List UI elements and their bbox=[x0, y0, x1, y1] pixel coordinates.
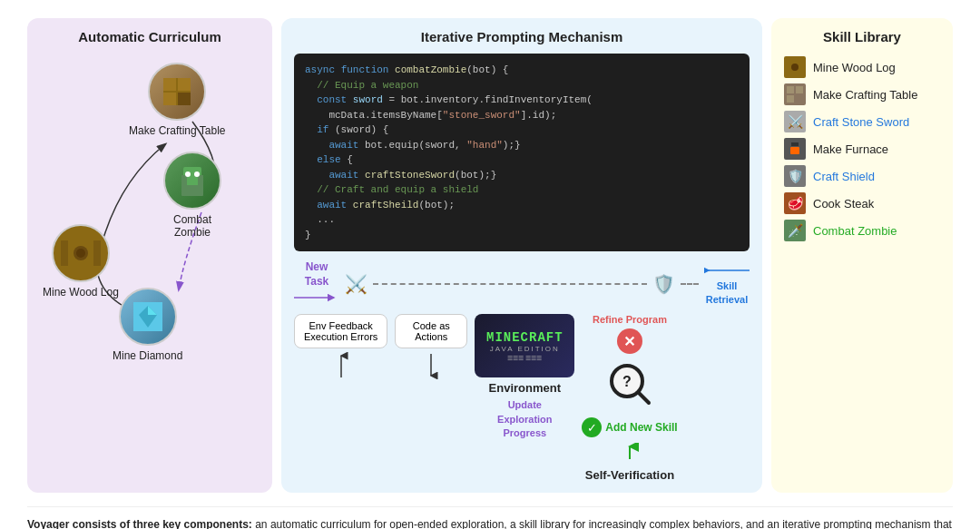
main-container: Automatic Curriculum bbox=[0, 0, 980, 529]
svg-rect-32 bbox=[796, 86, 803, 93]
skill-name-stone-sword: Craft Stone Sword bbox=[813, 115, 909, 129]
svg-point-29 bbox=[791, 64, 799, 71]
skill-name-furnace: Make Furnace bbox=[813, 142, 888, 156]
svg-rect-7 bbox=[181, 175, 187, 190]
skill-item-stone-sword: ⚔️ Craft Stone Sword bbox=[784, 108, 940, 135]
svg-line-26 bbox=[639, 393, 649, 403]
check-icon: ✓ bbox=[582, 417, 602, 437]
search-verify-icon: ? bbox=[607, 361, 652, 410]
node-combat-zombie-label: CombatZombie bbox=[173, 213, 211, 239]
svg-rect-14 bbox=[61, 240, 68, 266]
skill-panel: Skill Library Mine Wood Log Make Craftin… bbox=[771, 18, 953, 493]
svg-point-9 bbox=[185, 171, 191, 177]
self-verify-section: Refine Program ✕ ? ✓ bbox=[582, 314, 677, 482]
skill-item-furnace: Make Furnace bbox=[784, 135, 940, 162]
self-verify-label: Self-Verification bbox=[585, 468, 674, 482]
svg-rect-2 bbox=[178, 78, 191, 91]
skill-icon-furnace bbox=[784, 138, 806, 160]
svg-rect-4 bbox=[178, 93, 191, 105]
new-task-label: New Task bbox=[305, 260, 328, 289]
svg-rect-37 bbox=[795, 142, 799, 146]
skill-library-title: Skill Library bbox=[784, 29, 940, 44]
skill-name-cook-steak: Cook Steak bbox=[813, 197, 874, 211]
skill-retrieval-label: Skill Retrieval bbox=[706, 279, 748, 306]
svg-rect-1 bbox=[163, 78, 176, 91]
top-section: Automatic Curriculum bbox=[27, 18, 953, 493]
bottom-text: Voyager consists of three key components… bbox=[27, 506, 953, 529]
feedback-label: Env Feedback Execution Errors bbox=[304, 320, 377, 342]
curriculum-title: Automatic Curriculum bbox=[38, 29, 261, 44]
minecraft-sub: JAVA EDITION bbox=[490, 345, 560, 353]
shield-icon: 🛡️ bbox=[652, 273, 675, 295]
bottom-para1: Voyager consists of three key components… bbox=[27, 516, 953, 529]
svg-rect-15 bbox=[93, 240, 101, 266]
node-combat-zombie: CombatZombie bbox=[163, 152, 221, 239]
skill-name-shield: Craft Shield bbox=[813, 170, 875, 183]
skill-icon-cook-steak: 🥩 bbox=[784, 192, 806, 214]
node-mine-wood-label: Mine Wood Log bbox=[43, 286, 119, 299]
skill-name-mine-wood: Mine Wood Log bbox=[813, 61, 896, 74]
bold-part: Voyager consists of three key components… bbox=[27, 518, 252, 529]
curriculum-panel: Automatic Curriculum bbox=[27, 18, 272, 493]
minecraft-env: MINECRAFT JAVA EDITION ☰☰☰ ☰☰☰ bbox=[475, 314, 574, 377]
svg-rect-8 bbox=[198, 175, 203, 190]
add-skill-label: Add New Skill bbox=[605, 421, 677, 434]
prompting-title: Iterative Prompting Mechanism bbox=[294, 29, 750, 44]
skill-item-crafting-table: Make Crafting Table bbox=[784, 81, 940, 108]
update-label: Update Exploration Progress bbox=[497, 398, 553, 440]
skill-icon-shield: 🛡️ bbox=[784, 165, 806, 187]
skill-icon-stone-sword: ⚔️ bbox=[784, 111, 806, 132]
add-skill-row: ✓ Add New Skill bbox=[582, 417, 677, 437]
node-craft-table: Make Crafting Table bbox=[129, 63, 226, 137]
svg-point-13 bbox=[76, 249, 85, 258]
node-mine-diamond: Mine Diamond bbox=[113, 288, 182, 362]
svg-rect-3 bbox=[163, 93, 176, 105]
node-craft-table-label: Make Crafting Table bbox=[129, 124, 226, 137]
skill-item-combat-zombie: 🗡️ Combat Zombie bbox=[784, 217, 940, 244]
skill-item-cook-steak: 🥩 Cook Steak bbox=[784, 190, 940, 217]
skill-name-combat-zombie: Combat Zombie bbox=[813, 224, 897, 238]
code-actions-label: Code as Actions bbox=[405, 320, 457, 342]
svg-rect-33 bbox=[787, 95, 794, 103]
env-label: Environment bbox=[489, 381, 561, 395]
skill-icon-crafting-table bbox=[784, 83, 806, 105]
code-block: async function combatZombie(bot) { // Eq… bbox=[294, 54, 750, 251]
minecraft-title: MINECRAFT bbox=[486, 330, 564, 345]
skill-item-shield: 🛡️ Craft Shield bbox=[784, 162, 940, 190]
node-mine-wood: Mine Wood Log bbox=[43, 224, 119, 299]
svg-point-10 bbox=[194, 171, 200, 177]
skill-item-mine-wood: Mine Wood Log bbox=[784, 54, 940, 81]
svg-text:?: ? bbox=[622, 374, 632, 389]
refine-icon: ✕ bbox=[617, 328, 642, 354]
skill-name-crafting-table: Make Crafting Table bbox=[813, 88, 917, 102]
code-actions-box: Code as Actions bbox=[395, 314, 467, 348]
svg-rect-35 bbox=[790, 147, 799, 154]
sword-icon: ⚔️ bbox=[345, 273, 368, 295]
skill-icon-mine-wood bbox=[784, 56, 806, 78]
skill-icon-combat-zombie: 🗡️ bbox=[784, 220, 806, 241]
svg-rect-31 bbox=[787, 86, 794, 93]
refine-label: Refine Program bbox=[593, 314, 667, 325]
curriculum-content: Make Crafting Table Comb bbox=[38, 54, 261, 317]
svg-rect-36 bbox=[791, 142, 795, 146]
feedback-box: Env Feedback Execution Errors bbox=[294, 314, 387, 348]
node-mine-diamond-label: Mine Diamond bbox=[113, 349, 182, 362]
prompting-panel: Iterative Prompting Mechanism async func… bbox=[281, 18, 762, 493]
